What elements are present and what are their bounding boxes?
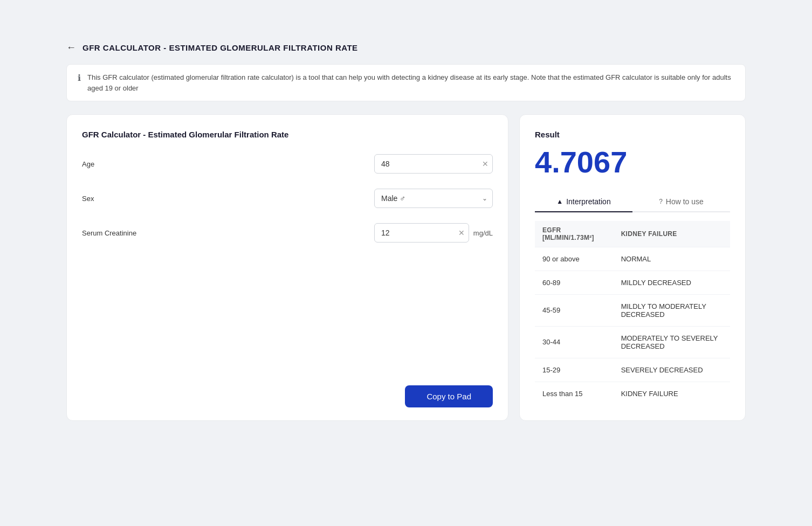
table-row: 45-59MILDLY TO MODERATELY DECREASED: [535, 294, 730, 326]
serum-creatinine-input-wrapper: ✕ mg/dL: [188, 223, 493, 243]
result-label: Result: [535, 130, 730, 139]
age-input-wrapper: ✕: [188, 154, 493, 174]
col-header-egfr: eGFR [mL/min/1.73m²]: [535, 221, 614, 247]
calculator-panel-title: GFR Calculator - Estimated Glomerular Fi…: [82, 130, 493, 139]
serum-unit-label: mg/dL: [473, 229, 493, 237]
serum-input-group: ✕ mg/dL: [374, 223, 493, 243]
cell-range: 90 or above: [535, 247, 614, 271]
copy-to-pad-button[interactable]: Copy to Pad: [405, 385, 493, 407]
table-header-row: eGFR [mL/min/1.73m²] KIDNEY FAILURE: [535, 221, 730, 247]
page-header: ← GFR CALCULATOR - ESTIMATED GLOMERULAR …: [66, 42, 746, 53]
tab-interpretation-label: Interpretation: [566, 197, 611, 206]
left-panel: GFR Calculator - Estimated Glomerular Fi…: [66, 114, 508, 421]
info-banner: ℹ This GFR calculator (estimated glomeru…: [66, 64, 746, 101]
cell-status: MILDLY DECREASED: [614, 271, 730, 294]
col-header-status: KIDNEY FAILURE: [614, 221, 730, 247]
serum-input-container: ✕: [374, 223, 469, 243]
table-row: 60-89MILDLY DECREASED: [535, 271, 730, 294]
tab-how-to-use-label: How to use: [666, 197, 704, 206]
sex-input-wrapper: Male ♂ Female ♀ ⌄: [188, 189, 493, 208]
serum-creatinine-input[interactable]: [374, 223, 469, 243]
cell-range: Less than 15: [535, 382, 614, 405]
cell-range: 60-89: [535, 271, 614, 294]
info-icon: ℹ: [78, 73, 81, 83]
cell-status: MILDLY TO MODERATELY DECREASED: [614, 294, 730, 326]
result-tabs: ▲ Interpretation ? How to use: [535, 192, 730, 212]
interpretation-table-container: eGFR [mL/min/1.73m²] KIDNEY FAILURE 90 o…: [535, 221, 730, 405]
serum-clear-button[interactable]: ✕: [458, 229, 465, 237]
cell-status: KIDNEY FAILURE: [614, 382, 730, 405]
age-input[interactable]: [374, 154, 493, 174]
main-content: GFR Calculator - Estimated Glomerular Fi…: [66, 114, 746, 421]
sex-label: Sex: [82, 195, 179, 203]
how-to-use-icon: ?: [659, 198, 663, 205]
table-row: 90 or aboveNORMAL: [535, 247, 730, 271]
table-row: Less than 15KIDNEY FAILURE: [535, 382, 730, 405]
result-value: 4.7067: [535, 146, 730, 179]
app-container: ← GFR CALCULATOR - ESTIMATED GLOMERULAR …: [34, 20, 778, 506]
sex-row: Sex Male ♂ Female ♀ ⌄: [82, 189, 493, 208]
cell-status: SEVERELY DECREASED: [614, 358, 730, 382]
sex-select-container: Male ♂ Female ♀ ⌄: [374, 189, 493, 208]
tab-interpretation[interactable]: ▲ Interpretation: [535, 192, 632, 212]
cell-range: 45-59: [535, 294, 614, 326]
page-title: GFR CALCULATOR - ESTIMATED GLOMERULAR FI…: [82, 43, 358, 52]
cell-status: MODERATELY TO SEVERELY DECREASED: [614, 326, 730, 358]
table-row: 15-29SEVERELY DECREASED: [535, 358, 730, 382]
cell-range: 15-29: [535, 358, 614, 382]
table-row: 30-44MODERATELY TO SEVERELY DECREASED: [535, 326, 730, 358]
cell-range: 30-44: [535, 326, 614, 358]
copy-button-wrapper: Copy to Pad: [82, 385, 493, 407]
interpretation-icon: ▲: [556, 198, 563, 205]
info-text: This GFR calculator (estimated glomerula…: [87, 72, 734, 93]
age-label: Age: [82, 160, 179, 168]
form-fields: Age ✕ Sex Male ♂: [82, 154, 493, 377]
interpretation-table: eGFR [mL/min/1.73m²] KIDNEY FAILURE 90 o…: [535, 221, 730, 405]
age-input-container: ✕: [374, 154, 493, 174]
age-row: Age ✕: [82, 154, 493, 174]
sex-select[interactable]: Male ♂ Female ♀: [374, 189, 493, 208]
cell-status: NORMAL: [614, 247, 730, 271]
serum-creatinine-label: Serum Creatinine: [82, 229, 179, 237]
right-panel: Result 4.7067 ▲ Interpretation ? How to …: [519, 114, 746, 421]
serum-creatinine-row: Serum Creatinine ✕ mg/dL: [82, 223, 493, 243]
interpretation-table-body: 90 or aboveNORMAL60-89MILDLY DECREASED45…: [535, 247, 730, 405]
tab-how-to-use[interactable]: ? How to use: [632, 192, 730, 212]
age-clear-button[interactable]: ✕: [482, 160, 488, 168]
back-button[interactable]: ←: [66, 42, 76, 53]
